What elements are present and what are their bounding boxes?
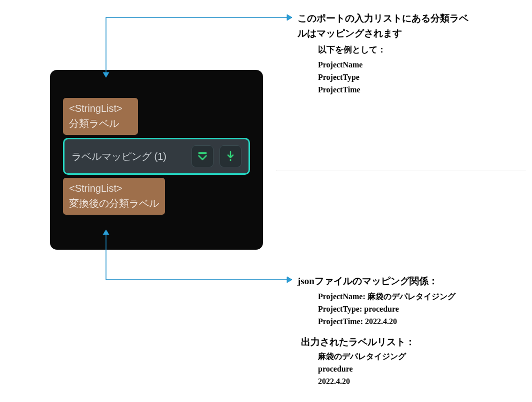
list-item: ProjectName: 麻袋のデパレタイジング — [318, 291, 456, 303]
divider — [276, 170, 526, 170]
list-item: ProjectType — [318, 71, 362, 84]
callout-top-heading-line2: ルはマッピングされます — [298, 26, 522, 41]
callout-top-heading: このポートの入力リストにある分類ラベ ルはマッピングされます — [298, 11, 522, 41]
connector-bottom — [0, 0, 532, 402]
callout-top-list: ProjectName ProjectType ProjectTime — [318, 59, 362, 96]
svg-marker-4 — [103, 230, 109, 235]
list-item: procedure — [318, 363, 406, 376]
list-item: 麻袋のデパレタイジング — [318, 351, 406, 363]
json-mapping-list: ProjectName: 麻袋のデパレタイジング ProjectType: pr… — [318, 291, 456, 328]
list-item: ProjectType: procedure — [318, 303, 456, 316]
list-item: 2022.4.20 — [318, 376, 406, 388]
callout-top-subheading: 以下を例として： — [318, 44, 386, 55]
list-item: ProjectTime — [318, 84, 362, 96]
svg-marker-5 — [287, 277, 292, 283]
json-mapping-heading: jsonファイルのマッピング関係： — [298, 275, 438, 288]
list-item: ProjectName — [318, 59, 362, 71]
output-list: 麻袋のデパレタイジング procedure 2022.4.20 — [318, 351, 406, 388]
callout-top-heading-line1: このポートの入力リストにある分類ラベ — [298, 11, 522, 26]
list-item: ProjectTime: 2022.4.20 — [318, 316, 456, 328]
output-list-heading: 出力されたラベルリスト： — [301, 335, 415, 350]
